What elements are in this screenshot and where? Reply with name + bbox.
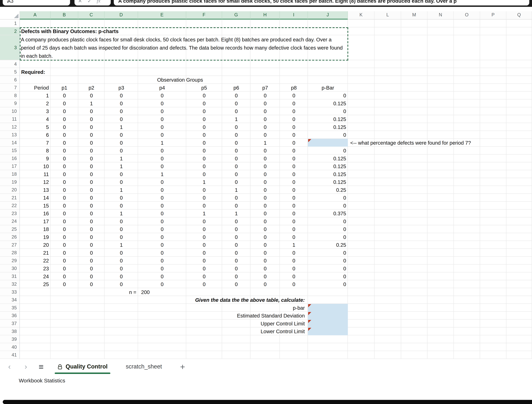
cell-H14[interactable]: 1 (250, 139, 280, 147)
row-header-41[interactable]: 41 (0, 351, 20, 359)
cell-E15[interactable]: 0 (138, 147, 186, 155)
cell-D9[interactable]: 0 (105, 99, 138, 107)
cell-H12[interactable]: 0 (250, 123, 280, 131)
cell-J26[interactable]: 0 (308, 233, 348, 241)
cell-J21[interactable]: 0 (308, 194, 348, 202)
cell-I11[interactable]: 0 (280, 115, 308, 123)
cell-G26[interactable]: 0 (222, 233, 250, 241)
cell-I20[interactable]: 0 (280, 186, 308, 194)
cell-period7-question[interactable]: <-- what percentage defects were found f… (348, 139, 473, 147)
cell-I29[interactable]: 0 (280, 257, 308, 265)
cell-D8[interactable]: 0 (105, 92, 138, 100)
cell-I7[interactable]: p8 (280, 84, 308, 92)
cell-C15[interactable]: 0 (78, 147, 105, 155)
cell-A31[interactable]: 24 (20, 272, 51, 280)
cell-F14[interactable]: 0 (186, 139, 222, 147)
cell-J22[interactable]: 0 (308, 202, 348, 210)
cell-B14[interactable]: 0 (51, 139, 78, 147)
cell-H19[interactable]: 0 (250, 178, 280, 186)
cell-H26[interactable]: 0 (250, 233, 280, 241)
row-header-14[interactable]: 14 (0, 139, 20, 147)
column-header-K[interactable]: K (348, 11, 374, 19)
cell-C30[interactable]: 0 (78, 265, 105, 273)
cell-B9[interactable]: 0 (51, 99, 78, 107)
cell-I28[interactable]: 0 (280, 249, 308, 257)
cell-D29[interactable]: 0 (105, 257, 138, 265)
cell-H24[interactable]: 0 (250, 217, 280, 225)
row-header-33[interactable]: 33 (0, 288, 20, 296)
fx-icon[interactable]: fx (97, 0, 100, 4)
cell-calculate-heading[interactable]: Given the data the the above table, calc… (169, 296, 306, 304)
cell-H22[interactable]: 0 (250, 202, 280, 210)
cell-F8[interactable]: 0 (186, 92, 222, 100)
cell-F21[interactable]: 0 (186, 194, 222, 202)
cell-D25[interactable]: 0 (105, 225, 138, 233)
cell-C29[interactable]: 0 (78, 257, 105, 265)
cell-G15[interactable]: 0 (222, 147, 250, 155)
row-header-13[interactable]: 13 (0, 131, 20, 139)
cell-E14[interactable]: 1 (138, 139, 186, 147)
row-header-16[interactable]: 16 (0, 154, 20, 162)
row-header-11[interactable]: 11 (0, 115, 20, 123)
cell-J17[interactable]: 0.125 (308, 162, 348, 170)
cell-E21[interactable]: 0 (138, 194, 186, 202)
cell-F9[interactable]: 0 (186, 99, 222, 107)
cell-B32[interactable]: 0 (51, 280, 78, 288)
cell-B15[interactable]: 0 (51, 147, 78, 155)
cell-A13[interactable]: 6 (20, 131, 51, 139)
row-header-31[interactable]: 31 (0, 272, 20, 280)
row-header-6[interactable]: 6 (0, 76, 20, 84)
cell-G10[interactable]: 0 (222, 107, 250, 115)
cell-D18[interactable]: 0 (105, 170, 138, 178)
cell-A22[interactable]: 15 (20, 202, 51, 210)
cell-B23[interactable]: 0 (51, 210, 78, 218)
column-header-C[interactable]: C (78, 11, 105, 19)
cell-F17[interactable]: 0 (186, 162, 222, 170)
add-sheet-button[interactable]: + (180, 359, 185, 375)
cell-A9[interactable]: 2 (20, 99, 51, 107)
cell-description[interactable]: A company produces plastic clock faces f… (21, 36, 346, 60)
cell-I31[interactable]: 0 (280, 272, 308, 280)
calc-input-cells[interactable] (308, 304, 348, 335)
row-header-22[interactable]: 22 (0, 202, 20, 210)
cell-A24[interactable]: 17 (20, 217, 51, 225)
column-header-P[interactable]: P (480, 11, 507, 19)
cell-C24[interactable]: 0 (78, 217, 105, 225)
name-box-chevron-icon[interactable]: ▾ (7, 0, 67, 4)
cell-G23[interactable]: 1 (222, 210, 250, 218)
column-header-B[interactable]: B (51, 11, 78, 19)
column-header-A[interactable]: A (20, 11, 51, 19)
cell-E13[interactable]: 0 (138, 131, 186, 139)
cell-H11[interactable]: 0 (250, 115, 280, 123)
cell-J10[interactable]: 0 (308, 107, 348, 115)
cell-D16[interactable]: 1 (105, 154, 138, 162)
row-header-40[interactable]: 40 (0, 343, 20, 351)
cell-E30[interactable]: 0 (138, 265, 186, 273)
cell-C19[interactable]: 0 (78, 178, 105, 186)
cell-A27[interactable]: 20 (20, 241, 51, 249)
cell-B19[interactable]: 0 (51, 178, 78, 186)
cell-E19[interactable]: 0 (138, 178, 186, 186)
cell-B20[interactable]: 0 (51, 186, 78, 194)
cell-E22[interactable]: 0 (138, 202, 186, 210)
cell-F24[interactable]: 0 (186, 217, 222, 225)
cell-B21[interactable]: 0 (51, 194, 78, 202)
cell-I22[interactable]: 0 (280, 202, 308, 210)
row-header-26[interactable]: 26 (0, 233, 20, 241)
cell-required[interactable]: Required: (20, 68, 47, 76)
cell-J25[interactable]: 0 (308, 225, 348, 233)
cell-F27[interactable]: 0 (186, 241, 222, 249)
column-header-H[interactable]: H (250, 11, 280, 19)
cell-J13[interactable]: 0 (308, 131, 348, 139)
cell-E28[interactable]: 0 (138, 249, 186, 257)
cell-F25[interactable]: 0 (186, 225, 222, 233)
cell-H25[interactable]: 0 (250, 225, 280, 233)
cell-C8[interactable]: 0 (78, 92, 105, 100)
cell-G20[interactable]: 1 (222, 186, 250, 194)
cell-I15[interactable]: 0 (280, 147, 308, 155)
cell-H8[interactable]: 0 (250, 92, 280, 100)
cell-F10[interactable]: 0 (186, 107, 222, 115)
cell-B16[interactable]: 0 (51, 154, 78, 162)
cell-B12[interactable]: 0 (51, 123, 78, 131)
row-header-29[interactable]: 29 (0, 257, 20, 265)
